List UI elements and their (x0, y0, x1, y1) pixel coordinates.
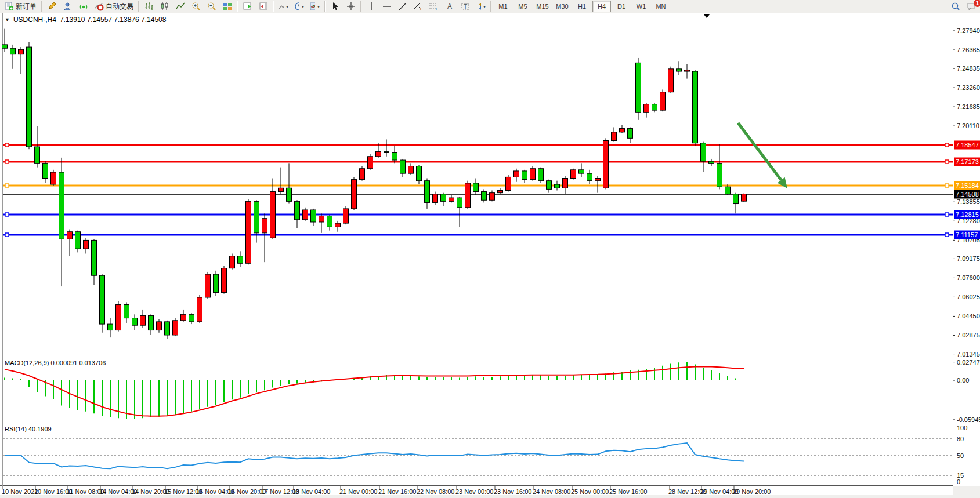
price-tick-label: 7.02875 (957, 332, 980, 339)
bear-candle (677, 69, 682, 71)
bull-candle (433, 194, 438, 203)
chat-icon[interactable]: 1 (963, 1, 979, 12)
bear-candle (238, 256, 243, 264)
text-tool-icon[interactable]: A (442, 1, 457, 12)
bull-candle (197, 297, 202, 322)
bull-candle (270, 192, 276, 238)
new-order-icon (4, 2, 14, 12)
time-tick-label: 23 Nov 16:00 (494, 488, 531, 495)
chart-collapse-icon[interactable]: ▼ (5, 17, 10, 23)
price-tick-label: 7.07600 (957, 274, 980, 281)
line-price-label: 7.12815 (956, 211, 979, 218)
tile-windows-icon[interactable] (219, 1, 235, 12)
new-order-button[interactable]: 新订单 (1, 0, 39, 13)
periods-icon[interactable]: ▾ (291, 1, 307, 12)
fibonacci-tool-icon[interactable]: F (426, 1, 442, 12)
horizontal-line-tool-icon[interactable] (379, 1, 395, 12)
cursor-icon[interactable] (327, 1, 343, 12)
auto-trading-button[interactable]: 自动交易 (91, 0, 136, 13)
auto-trading-icon (94, 2, 104, 12)
bull-candle (506, 177, 511, 190)
price-tick-label: 7.01345 (957, 351, 980, 358)
time-tick-label: 18 Nov 04:00 (292, 488, 330, 495)
bull-candle (620, 129, 625, 132)
toolbar-separator (273, 1, 274, 12)
indicators-icon[interactable]: ▾ (276, 1, 291, 12)
signals-icon[interactable] (75, 1, 91, 12)
bear-candle (108, 324, 113, 330)
bear-candle (725, 187, 731, 194)
templates-icon[interactable]: ▾ (307, 1, 323, 12)
macd-indicator-label: MACD(12,26,9) 0.000091 0.013706 (5, 359, 106, 366)
bull-candle (685, 70, 690, 71)
macd-axis-label: 0.00 (957, 377, 969, 384)
bear-candle (652, 104, 657, 110)
trading-terminal-window: 新订单 自动交易 (0, 0, 980, 498)
timeframe-button-d1[interactable]: D1 (612, 1, 631, 12)
chart-shift-icon[interactable] (255, 1, 271, 12)
bear-candle (43, 163, 48, 178)
bear-candle (717, 163, 722, 187)
timeframe-button-m5[interactable]: M5 (513, 1, 532, 12)
timeframe-button-m30[interactable]: M30 (553, 1, 572, 12)
zoom-out-icon[interactable] (204, 1, 219, 12)
metaeditor-icon[interactable] (44, 1, 60, 12)
timeframe-button-mn[interactable]: MN (652, 1, 670, 12)
chart-title-bar: ▼ USDCNH-,H4 7.13910 7.14557 7.13876 7.1… (5, 16, 166, 24)
line-price-label: 7.18547 (956, 141, 979, 148)
bear-candle (75, 232, 81, 249)
time-tick-label: 21 Nov 00:00 (339, 488, 377, 495)
bear-candle (425, 181, 430, 203)
price-tick-label: 7.04450 (957, 312, 980, 319)
bear-candle (214, 274, 219, 292)
bull-candle (603, 141, 609, 188)
trendline-tool-icon[interactable] (395, 1, 410, 12)
bull-candle (660, 92, 666, 110)
time-tick-label: 23 Nov 00:00 (455, 488, 493, 495)
bull-candle (181, 314, 186, 320)
svg-text:F: F (436, 7, 438, 11)
price-tick-label: 7.06025 (957, 293, 980, 300)
bear-candle (10, 48, 16, 54)
price-tick-label: 7.24835 (957, 65, 980, 72)
rsi-indicator-label: RSI(14) 40.1909 (5, 426, 52, 432)
timeframe-button-w1[interactable]: W1 (632, 1, 650, 12)
bear-candle (538, 169, 544, 181)
bull-candle (319, 216, 324, 221)
arrows-tool-icon[interactable]: ▾ (473, 1, 489, 12)
candlestick-mode-icon[interactable] (157, 1, 172, 12)
price-tick-label: 7.27940 (957, 27, 980, 34)
vertical-line-tool-icon[interactable] (363, 1, 379, 12)
rsi-axis-label: 80 (957, 435, 964, 442)
bear-candle (295, 201, 300, 219)
line-price-label: 7.15184 (956, 182, 979, 189)
search-icon[interactable] (948, 1, 963, 12)
auto-scroll-icon[interactable] (240, 1, 255, 12)
text-label-tool-icon[interactable]: T (457, 1, 473, 12)
timeframe-button-m1[interactable]: M1 (494, 1, 512, 12)
bear-candle (384, 151, 389, 152)
svg-text:E: E (420, 7, 423, 11)
time-tick-label: 29 Nov 20:00 (733, 488, 771, 495)
timeframe-button-h1[interactable]: H1 (573, 1, 591, 12)
chart-canvas[interactable]: 7.279407.263657.248357.232607.216857.201… (0, 0, 980, 498)
timeframe-button-h4[interactable]: H4 (592, 1, 611, 12)
bull-candle (530, 169, 536, 180)
bar-chart-mode-icon[interactable] (141, 1, 157, 12)
toolbar-separator (324, 1, 326, 12)
channel-tool-icon[interactable]: E (410, 1, 426, 12)
auto-trading-label: 自动交易 (106, 2, 133, 12)
bull-candle (612, 132, 617, 141)
bull-candle (262, 219, 267, 233)
svg-text:T: T (464, 3, 467, 10)
timeframe-button-m15[interactable]: M15 (533, 1, 552, 12)
bear-candle (35, 147, 40, 163)
bull-candle (246, 201, 251, 263)
crosshair-icon[interactable] (343, 1, 359, 12)
zoom-in-icon[interactable] (188, 1, 204, 12)
line-price-label: 7.11157 (956, 231, 978, 238)
main-toolbar: 新订单 自动交易 (0, 0, 980, 13)
community-icon[interactable] (60, 1, 75, 12)
bear-candle (636, 63, 641, 112)
line-chart-mode-icon[interactable] (172, 1, 188, 12)
